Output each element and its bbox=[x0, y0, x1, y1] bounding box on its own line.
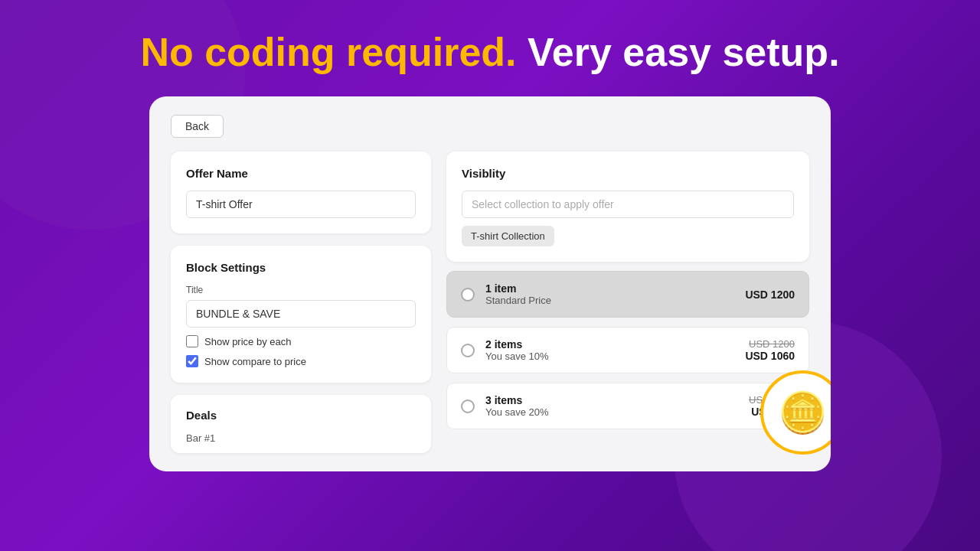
show-compare-price-label: Show compare to price bbox=[204, 356, 306, 367]
title-label: Title bbox=[186, 285, 416, 295]
deal-info-2: 2 items You save 10% bbox=[485, 338, 734, 362]
collection-tag[interactable]: T-shirt Collection bbox=[462, 226, 554, 246]
deal-items-2: 2 items bbox=[485, 338, 734, 350]
coin-icon: 🪙 bbox=[778, 390, 828, 436]
deal-items-1: 1 item bbox=[485, 282, 734, 295]
deal-price-original-2: USD 1200 bbox=[745, 338, 795, 350]
show-price-by-each-checkbox[interactable] bbox=[186, 335, 198, 347]
block-title-input[interactable] bbox=[186, 300, 416, 328]
deal-subtitle-3: You save 20% bbox=[485, 406, 738, 418]
bar-label: Bar #1 bbox=[186, 432, 416, 444]
deal-radio-2[interactable] bbox=[461, 344, 475, 357]
offer-name-input[interactable] bbox=[186, 191, 416, 218]
two-column-layout: Offer Name Block Settings Title Show pri… bbox=[171, 152, 809, 453]
right-column: Visiblity T-shirt Collection 1 item Stan… bbox=[446, 152, 809, 453]
deal-row-3[interactable]: 3 items You save 20% USD 1200 USD 960 bbox=[446, 383, 809, 429]
collection-search-input[interactable] bbox=[462, 191, 794, 218]
deal-row-2[interactable]: 2 items You save 10% USD 1200 USD 1060 bbox=[446, 327, 809, 373]
back-button[interactable]: Back bbox=[171, 115, 224, 138]
deal-radio-1[interactable] bbox=[461, 288, 475, 302]
deal-items-3: 3 items bbox=[485, 394, 738, 406]
show-price-by-each-label: Show price by each bbox=[204, 336, 291, 347]
block-settings-title: Block Settings bbox=[186, 261, 416, 274]
deals-panel: Deals Bar #1 bbox=[171, 395, 431, 453]
deal-price-2: USD 1200 USD 1060 bbox=[745, 338, 795, 362]
left-column: Offer Name Block Settings Title Show pri… bbox=[171, 152, 431, 453]
deal-row-1[interactable]: 1 item Standard Price USD 1200 bbox=[446, 271, 809, 318]
deals-title: Deals bbox=[186, 409, 416, 422]
deal-info-3: 3 items You save 20% bbox=[485, 394, 738, 418]
show-compare-price-row: Show compare to price bbox=[186, 355, 416, 367]
deal-subtitle-1: Standard Price bbox=[485, 295, 734, 306]
visibility-title: Visiblity bbox=[462, 167, 794, 180]
visibility-panel: Visiblity T-shirt Collection bbox=[446, 152, 809, 262]
deal-subtitle-2: You save 10% bbox=[485, 350, 734, 362]
deal-info-1: 1 item Standard Price bbox=[485, 282, 734, 306]
hero-yellow-text: No coding required. bbox=[140, 30, 516, 74]
deal-price-only-1: USD 1200 bbox=[745, 289, 795, 301]
offer-name-panel: Offer Name bbox=[171, 152, 431, 233]
deal-price-1: USD 1200 bbox=[745, 289, 795, 301]
hero-white-text: Very easy setup. bbox=[528, 30, 840, 74]
block-settings-panel: Block Settings Title Show price by each … bbox=[171, 246, 431, 383]
collection-input-wrap bbox=[462, 191, 794, 218]
main-card: Back Offer Name Block Settings Title Sho… bbox=[149, 96, 831, 471]
offer-name-title: Offer Name bbox=[186, 167, 416, 180]
show-price-by-each-row: Show price by each bbox=[186, 335, 416, 347]
hero-title: No coding required. Very easy setup. bbox=[0, 0, 980, 96]
deal-radio-3[interactable] bbox=[461, 399, 475, 413]
deal-price-new-2: USD 1060 bbox=[745, 350, 795, 362]
show-compare-price-checkbox[interactable] bbox=[186, 355, 198, 367]
